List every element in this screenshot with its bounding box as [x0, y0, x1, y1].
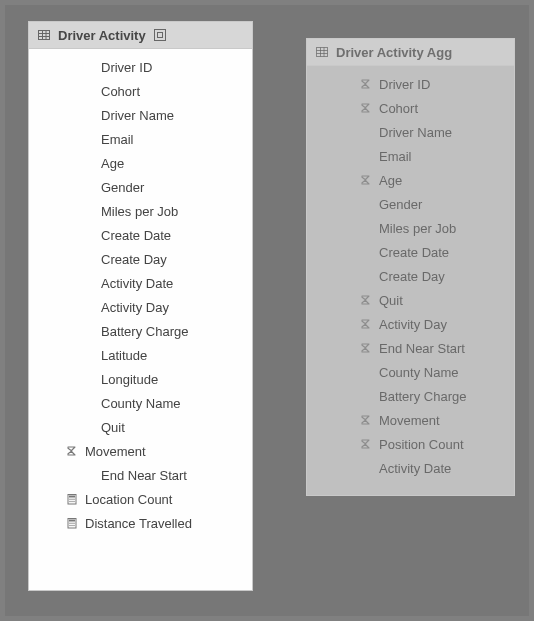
panel-body: Driver IDCohortDriver NameEmailAgeGender… — [307, 66, 514, 494]
panel-title: Driver Activity — [58, 28, 146, 43]
field-row[interactable]: Driver Name — [307, 120, 514, 144]
field-label: Driver ID — [101, 60, 152, 75]
empty-icon — [81, 372, 95, 386]
live-icon — [153, 28, 167, 42]
field-row[interactable]: Activity Day — [29, 295, 252, 319]
empty-icon — [359, 149, 373, 163]
sigma-icon — [359, 173, 373, 187]
field-row[interactable]: Gender — [307, 192, 514, 216]
field-row[interactable]: Cohort — [29, 79, 252, 103]
svg-point-21 — [71, 525, 72, 526]
field-label: Location Count — [85, 492, 172, 507]
field-label: Create Day — [101, 252, 167, 267]
svg-point-22 — [73, 525, 74, 526]
field-row[interactable]: Movement — [29, 439, 252, 463]
field-row[interactable]: Quit — [29, 415, 252, 439]
sigma-icon — [359, 101, 373, 115]
table-panel-driver-activity[interactable]: Driver ActivityDriver IDCohortDriver Nam… — [28, 21, 253, 591]
empty-icon — [359, 389, 373, 403]
svg-point-11 — [73, 499, 74, 500]
field-row[interactable]: Quit — [307, 288, 514, 312]
field-row[interactable]: Distance Travelled — [29, 511, 252, 535]
sigma-icon — [360, 342, 372, 354]
field-row[interactable]: Latitude — [29, 343, 252, 367]
empty-icon — [81, 420, 95, 434]
field-label: Activity Day — [379, 317, 447, 332]
empty-icon — [81, 324, 95, 338]
field-row[interactable]: Miles per Job — [29, 199, 252, 223]
sigma-icon — [360, 78, 372, 90]
field-row[interactable]: Position Count — [307, 432, 514, 456]
sigma-icon — [66, 445, 78, 457]
field-row[interactable]: Create Day — [29, 247, 252, 271]
empty-icon — [359, 245, 373, 259]
table-icon — [37, 28, 51, 42]
panel-title: Driver Activity Agg — [336, 45, 452, 60]
calculator-icon — [66, 493, 78, 505]
field-label: Age — [101, 156, 124, 171]
field-row[interactable]: Driver Name — [29, 103, 252, 127]
sigma-icon — [360, 294, 372, 306]
svg-point-18 — [71, 523, 72, 524]
svg-point-17 — [69, 523, 70, 524]
table-panel-driver-activity-agg[interactable]: Driver Activity AggDriver IDCohortDriver… — [306, 38, 515, 496]
field-label: Driver Name — [101, 108, 174, 123]
svg-rect-5 — [154, 30, 165, 41]
empty-icon — [359, 269, 373, 283]
field-label: Driver Name — [379, 125, 452, 140]
field-label: End Near Start — [101, 468, 187, 483]
sigma-icon — [65, 444, 79, 458]
sigma-icon — [360, 438, 372, 450]
sigma-icon — [359, 413, 373, 427]
field-row[interactable]: Battery Charge — [307, 384, 514, 408]
field-row[interactable]: Create Date — [307, 240, 514, 264]
field-row[interactable]: End Near Start — [307, 336, 514, 360]
panel-header[interactable]: Driver Activity — [29, 22, 252, 49]
field-label: Miles per Job — [379, 221, 456, 236]
field-row[interactable]: Email — [29, 127, 252, 151]
svg-rect-6 — [157, 33, 162, 38]
field-row[interactable]: Driver ID — [29, 55, 252, 79]
panel-header[interactable]: Driver Activity Agg — [307, 39, 514, 66]
field-row[interactable]: Miles per Job — [307, 216, 514, 240]
sigma-icon — [359, 437, 373, 451]
calculator-icon — [66, 517, 78, 529]
field-label: Movement — [379, 413, 440, 428]
field-row[interactable]: Location Count — [29, 487, 252, 511]
field-row[interactable]: Email — [307, 144, 514, 168]
field-row[interactable]: Cohort — [307, 96, 514, 120]
field-row[interactable]: Age — [29, 151, 252, 175]
field-row[interactable]: Age — [307, 168, 514, 192]
field-label: End Near Start — [379, 341, 465, 356]
empty-icon — [81, 300, 95, 314]
field-label: Gender — [101, 180, 144, 195]
svg-point-14 — [73, 501, 74, 502]
field-label: County Name — [101, 396, 180, 411]
field-row[interactable]: Activity Date — [307, 456, 514, 480]
svg-point-20 — [69, 525, 70, 526]
field-row[interactable]: Activity Day — [307, 312, 514, 336]
field-label: Position Count — [379, 437, 464, 452]
field-row[interactable]: Create Day — [307, 264, 514, 288]
sigma-icon — [359, 293, 373, 307]
field-row[interactable]: County Name — [307, 360, 514, 384]
field-row[interactable]: Movement — [307, 408, 514, 432]
table-icon — [315, 45, 329, 59]
sigma-icon — [359, 77, 373, 91]
field-row[interactable]: Create Date — [29, 223, 252, 247]
svg-point-19 — [73, 523, 74, 524]
field-row[interactable]: Battery Charge — [29, 319, 252, 343]
field-row[interactable]: Activity Date — [29, 271, 252, 295]
svg-point-9 — [69, 499, 70, 500]
model-canvas: Driver ActivityDriver IDCohortDriver Nam… — [0, 0, 534, 621]
field-label: County Name — [379, 365, 458, 380]
live-icon — [153, 28, 167, 42]
field-label: Latitude — [101, 348, 147, 363]
field-row[interactable]: County Name — [29, 391, 252, 415]
field-row[interactable]: Longitude — [29, 367, 252, 391]
field-row[interactable]: Driver ID — [307, 72, 514, 96]
empty-icon — [81, 84, 95, 98]
field-row[interactable]: Gender — [29, 175, 252, 199]
field-row[interactable]: End Near Start — [29, 463, 252, 487]
svg-point-10 — [71, 499, 72, 500]
